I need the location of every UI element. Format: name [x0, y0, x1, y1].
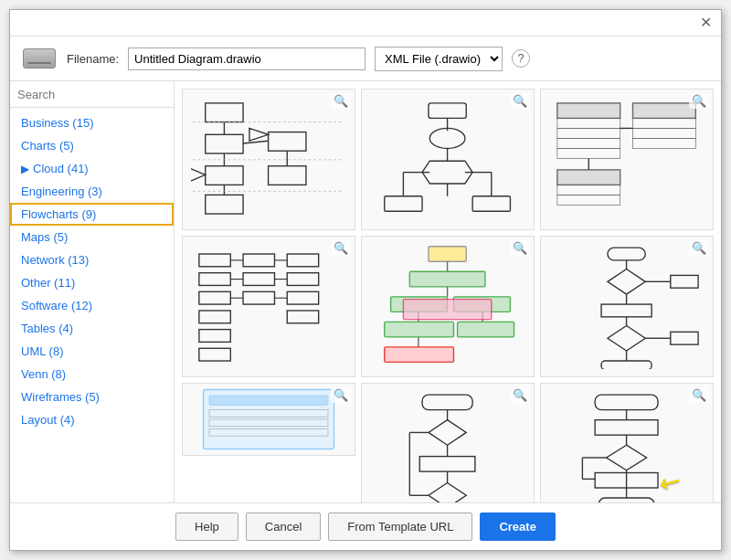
svg-rect-30: [557, 103, 620, 119]
sidebar-item-uml[interactable]: UML (8): [10, 340, 174, 363]
svg-rect-45: [199, 272, 230, 285]
svg-rect-47: [199, 311, 230, 323]
svg-rect-90: [209, 396, 328, 405]
svg-rect-37: [633, 128, 696, 138]
svg-rect-7: [206, 195, 243, 214]
template-preview-9: [541, 384, 713, 502]
template-card-9[interactable]: 🔍: [540, 383, 714, 502]
svg-rect-38: [633, 138, 696, 148]
magnify-icon-3[interactable]: 🔍: [689, 93, 709, 109]
template-preview-3: [541, 90, 713, 229]
magnify-icon-5[interactable]: 🔍: [510, 240, 530, 256]
svg-marker-96: [429, 419, 466, 445]
svg-rect-41: [557, 195, 620, 205]
close-button[interactable]: ✕: [696, 14, 715, 32]
svg-rect-46: [199, 291, 230, 304]
template-url-button[interactable]: From Template URL: [328, 512, 472, 541]
svg-rect-88: [601, 361, 652, 370]
sidebar-item-flowcharts[interactable]: Flowcharts (9): [10, 203, 174, 226]
create-button[interactable]: Create: [480, 512, 555, 541]
template-preview-7: [183, 384, 355, 455]
svg-marker-108: [607, 445, 647, 470]
svg-rect-44: [199, 254, 230, 267]
svg-rect-74: [385, 347, 454, 363]
svg-marker-5: [191, 168, 206, 181]
svg-rect-0: [206, 103, 243, 122]
svg-rect-49: [199, 348, 230, 361]
svg-line-12: [243, 141, 269, 143]
svg-rect-86: [671, 332, 698, 344]
magnify-icon-1[interactable]: 🔍: [331, 93, 351, 109]
sidebar-item-maps[interactable]: Maps (5): [10, 226, 174, 248]
template-preview-5: [362, 237, 534, 376]
magnify-icon-6[interactable]: 🔍: [689, 240, 709, 256]
search-box: 🔍: [10, 81, 174, 108]
svg-rect-32: [557, 128, 620, 138]
category-list: Business (15) Charts (5) ▶Cloud (41) Eng…: [10, 108, 174, 502]
sidebar-item-network[interactable]: Network (13): [10, 248, 174, 271]
svg-marker-78: [608, 269, 645, 294]
template-card-4[interactable]: 🔍: [182, 236, 355, 377]
template-preview-8: [362, 384, 534, 502]
sidebar-item-other[interactable]: Other (11): [10, 271, 174, 294]
sidebar-item-wireframes[interactable]: Wireframes (5): [10, 386, 174, 408]
svg-rect-34: [557, 148, 620, 158]
search-input[interactable]: [17, 88, 171, 101]
svg-point-18: [430, 128, 466, 148]
cloud-icon: ▶: [21, 163, 29, 175]
sidebar-item-venn[interactable]: Venn (8): [10, 363, 174, 386]
magnify-icon-8[interactable]: 🔍: [510, 387, 530, 403]
sidebar-item-layout[interactable]: Layout (4): [10, 408, 174, 431]
sidebar-item-tables[interactable]: Tables (4): [10, 317, 174, 340]
svg-marker-82: [608, 325, 645, 351]
footer: Help Cancel From Template URL Create: [10, 502, 721, 550]
svg-rect-4: [206, 165, 243, 185]
template-card-7[interactable]: 🔍: [182, 383, 355, 456]
svg-rect-6: [269, 165, 306, 185]
svg-rect-16: [429, 103, 466, 119]
template-preview-1: [183, 90, 355, 229]
sidebar-item-business[interactable]: Business (15): [10, 111, 174, 134]
template-card-8[interactable]: 🔍: [361, 383, 535, 502]
svg-rect-65: [410, 271, 486, 287]
magnify-icon-7[interactable]: 🔍: [331, 387, 351, 403]
format-select[interactable]: XML File (.drawio) PNG Image SVG Image: [375, 47, 503, 71]
title-bar: ✕: [10, 10, 721, 37]
filename-input[interactable]: [128, 48, 366, 70]
magnify-icon-9[interactable]: 🔍: [689, 387, 709, 403]
svg-rect-56: [288, 311, 319, 323]
sidebar-item-engineering[interactable]: Engineering (3): [10, 180, 174, 203]
template-card-2[interactable]: 🔍: [361, 89, 535, 230]
svg-rect-23: [473, 195, 511, 211]
dialog: ✕ Filename: XML File (.drawio) PNG Image…: [9, 9, 722, 551]
help-icon-header[interactable]: ?: [512, 49, 530, 68]
help-button[interactable]: Help: [175, 512, 238, 541]
svg-rect-1: [206, 134, 243, 153]
content: 🔍 Business (15) Charts (5) ▶Cloud (41) E…: [10, 81, 721, 502]
svg-rect-33: [557, 138, 620, 148]
magnify-icon-4[interactable]: 🔍: [331, 240, 351, 256]
svg-rect-53: [288, 254, 319, 267]
templates-area: 🔍: [175, 81, 721, 502]
template-card-6[interactable]: 🔍: [540, 236, 714, 377]
magnify-icon-2[interactable]: 🔍: [510, 93, 530, 109]
cancel-button[interactable]: Cancel: [246, 512, 321, 541]
sidebar-item-charts[interactable]: Charts (5): [10, 134, 174, 157]
svg-marker-20: [422, 161, 472, 184]
svg-rect-76: [608, 248, 645, 260]
svg-rect-94: [422, 395, 472, 410]
svg-rect-31: [557, 118, 620, 128]
svg-rect-51: [243, 272, 274, 285]
template-card-5[interactable]: 🔍: [361, 236, 535, 377]
svg-rect-40: [557, 185, 620, 195]
sidebar-item-software[interactable]: Software (12): [10, 294, 174, 317]
svg-rect-84: [671, 275, 698, 288]
svg-rect-50: [243, 254, 274, 267]
template-card-1[interactable]: 🔍: [182, 89, 355, 230]
template-preview-4: [183, 237, 355, 376]
svg-marker-2: [249, 128, 269, 141]
svg-rect-55: [288, 291, 319, 304]
sidebar-item-cloud[interactable]: ▶Cloud (41): [10, 157, 174, 180]
template-card-3[interactable]: 🔍: [540, 89, 714, 230]
svg-rect-75: [404, 299, 492, 319]
